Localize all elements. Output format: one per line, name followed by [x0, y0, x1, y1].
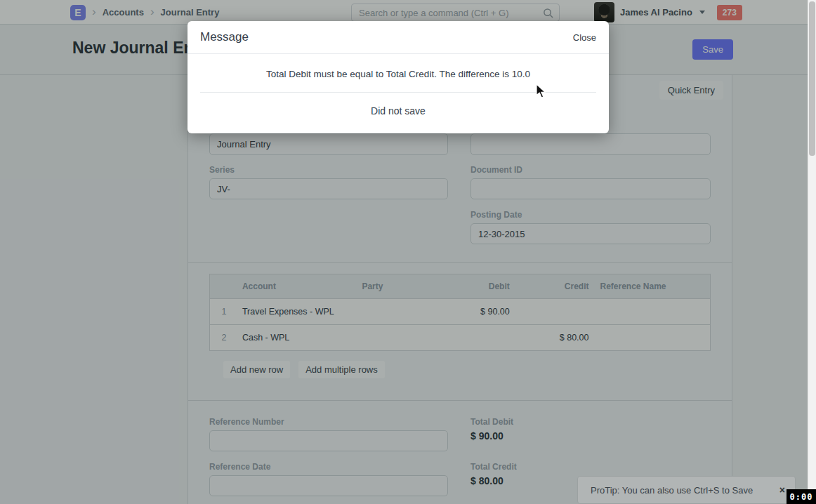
- protip-toast: ProTip: You can also use Ctrl+S to Save …: [577, 476, 796, 504]
- close-button[interactable]: Close: [573, 32, 596, 43]
- dialog-status-text: Did not save: [200, 105, 596, 117]
- dialog-title: Message: [200, 30, 249, 44]
- close-icon[interactable]: ×: [779, 484, 785, 496]
- scrollbar-thumb[interactable]: [809, 1, 815, 156]
- page-scrollbar[interactable]: [808, 0, 816, 504]
- recording-timer: 0:00: [787, 489, 816, 504]
- protip-text: ProTip: You can also use Ctrl+S to Save: [591, 485, 772, 496]
- mouse-cursor: [536, 84, 547, 102]
- dialog-message: Total Debit must be equal to Total Credi…: [200, 69, 596, 79]
- message-dialog: Message Close Total Debit must be equal …: [187, 21, 609, 133]
